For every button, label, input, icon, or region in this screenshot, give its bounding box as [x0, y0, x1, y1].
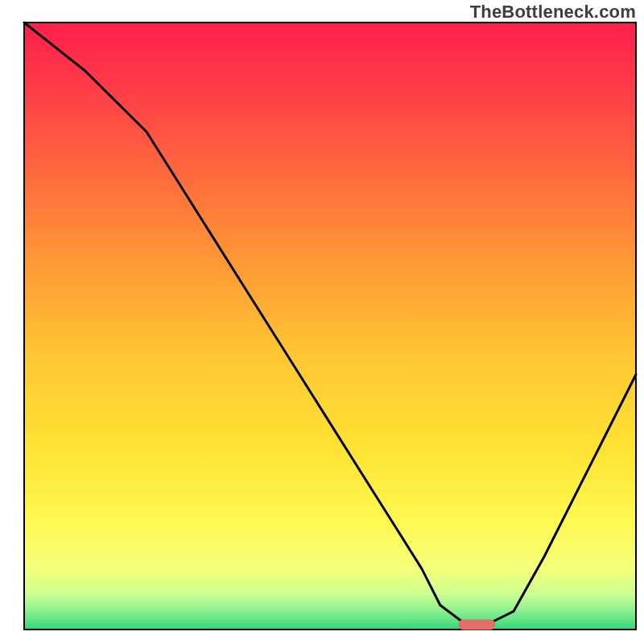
gradient-background: [24, 23, 636, 630]
bottleneck-chart: [0, 0, 644, 644]
optimal-marker: [459, 620, 496, 630]
chart-stage: TheBottleneck.com: [0, 0, 644, 644]
